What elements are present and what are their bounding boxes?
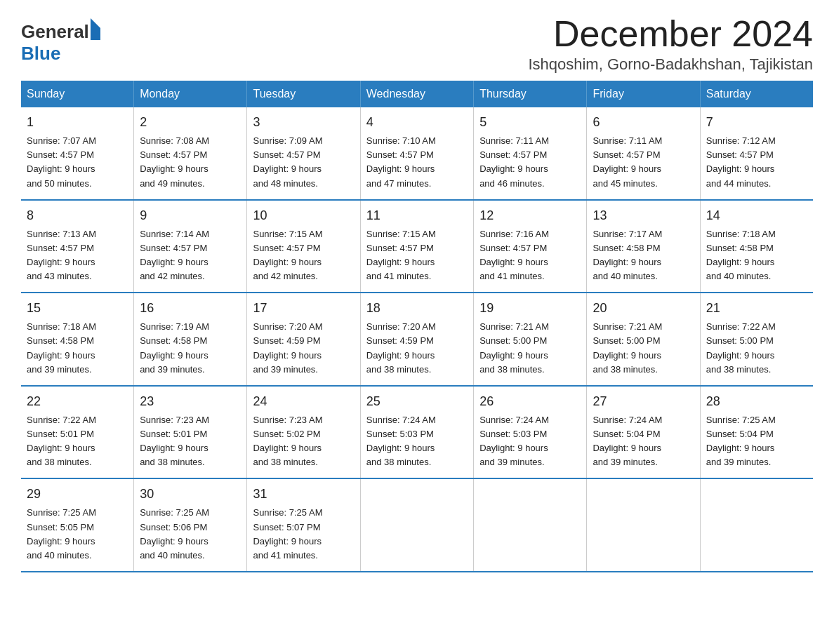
- day-info: Sunrise: 7:14 AMSunset: 4:57 PMDaylight:…: [140, 227, 241, 284]
- day-number: 25: [366, 392, 468, 411]
- calendar-cell: 12Sunrise: 7:16 AMSunset: 4:57 PMDayligh…: [474, 200, 587, 293]
- day-info: Sunrise: 7:25 AMSunset: 5:04 PMDaylight:…: [706, 413, 807, 470]
- calendar-cell: 3Sunrise: 7:09 AMSunset: 4:57 PMDaylight…: [247, 107, 360, 200]
- calendar-cell: 28Sunrise: 7:25 AMSunset: 5:04 PMDayligh…: [700, 386, 813, 479]
- calendar-cell: 17Sunrise: 7:20 AMSunset: 4:59 PMDayligh…: [247, 293, 360, 386]
- day-info: Sunrise: 7:11 AMSunset: 4:57 PMDaylight:…: [593, 134, 694, 191]
- weekday-header-sunday: Sunday: [21, 81, 134, 107]
- day-number: 30: [140, 485, 241, 504]
- day-info: Sunrise: 7:25 AMSunset: 5:06 PMDaylight:…: [140, 506, 241, 563]
- calendar-cell: 7Sunrise: 7:12 AMSunset: 4:57 PMDaylight…: [700, 107, 813, 200]
- calendar-cell: 24Sunrise: 7:23 AMSunset: 5:02 PMDayligh…: [247, 386, 360, 479]
- day-info: Sunrise: 7:15 AMSunset: 4:57 PMDaylight:…: [366, 227, 468, 284]
- day-number: 31: [253, 485, 354, 504]
- calendar-cell: 16Sunrise: 7:19 AMSunset: 4:58 PMDayligh…: [134, 293, 247, 386]
- day-info: Sunrise: 7:20 AMSunset: 4:59 PMDaylight:…: [253, 320, 354, 377]
- calendar-table: SundayMondayTuesdayWednesdayThursdayFrid…: [21, 81, 813, 572]
- day-number: 17: [253, 299, 354, 318]
- calendar-cell: 23Sunrise: 7:23 AMSunset: 5:01 PMDayligh…: [134, 386, 247, 479]
- calendar-cell: 14Sunrise: 7:18 AMSunset: 4:58 PMDayligh…: [700, 200, 813, 293]
- day-info: Sunrise: 7:08 AMSunset: 4:57 PMDaylight:…: [140, 134, 241, 191]
- day-number: 18: [366, 299, 468, 318]
- calendar-cell: [360, 478, 473, 572]
- day-info: Sunrise: 7:09 AMSunset: 4:57 PMDaylight:…: [253, 134, 354, 191]
- day-number: 19: [479, 299, 581, 318]
- logo-general-text: General: [21, 21, 89, 42]
- calendar-week-row: 15Sunrise: 7:18 AMSunset: 4:58 PMDayligh…: [21, 293, 813, 386]
- day-number: 14: [706, 206, 807, 225]
- day-info: Sunrise: 7:12 AMSunset: 4:57 PMDaylight:…: [706, 134, 807, 191]
- calendar-cell: 22Sunrise: 7:22 AMSunset: 5:01 PMDayligh…: [21, 386, 134, 479]
- day-number: 16: [140, 299, 241, 318]
- day-info: Sunrise: 7:24 AMSunset: 5:04 PMDaylight:…: [593, 413, 694, 470]
- title-section: December 2024 Ishqoshim, Gorno-Badakhsha…: [528, 14, 813, 74]
- day-number: 2: [140, 113, 241, 132]
- day-info: Sunrise: 7:25 AMSunset: 5:07 PMDaylight:…: [253, 506, 354, 563]
- day-info: Sunrise: 7:18 AMSunset: 4:58 PMDaylight:…: [27, 320, 128, 377]
- weekday-header-saturday: Saturday: [700, 81, 813, 107]
- calendar-cell: 20Sunrise: 7:21 AMSunset: 5:00 PMDayligh…: [587, 293, 700, 386]
- day-number: 27: [593, 392, 694, 411]
- day-info: Sunrise: 7:17 AMSunset: 4:58 PMDaylight:…: [593, 227, 694, 284]
- calendar-cell: 27Sunrise: 7:24 AMSunset: 5:04 PMDayligh…: [587, 386, 700, 479]
- day-number: 9: [140, 206, 241, 225]
- calendar-cell: 26Sunrise: 7:24 AMSunset: 5:03 PMDayligh…: [474, 386, 587, 479]
- day-number: 24: [253, 392, 354, 411]
- weekday-header-friday: Friday: [587, 81, 700, 107]
- day-info: Sunrise: 7:22 AMSunset: 5:00 PMDaylight:…: [706, 320, 807, 377]
- day-number: 10: [253, 206, 354, 225]
- subtitle: Ishqoshim, Gorno-Badakhshan, Tajikistan: [528, 55, 813, 74]
- day-number: 5: [479, 113, 581, 132]
- day-number: 22: [27, 392, 128, 411]
- calendar-week-row: 8Sunrise: 7:13 AMSunset: 4:57 PMDaylight…: [21, 200, 813, 293]
- logo-blue-text: Blue: [21, 43, 60, 64]
- calendar-cell: 30Sunrise: 7:25 AMSunset: 5:06 PMDayligh…: [134, 478, 247, 572]
- calendar-cell: 13Sunrise: 7:17 AMSunset: 4:58 PMDayligh…: [587, 200, 700, 293]
- day-info: Sunrise: 7:24 AMSunset: 5:03 PMDaylight:…: [366, 413, 468, 470]
- day-number: 26: [479, 392, 581, 411]
- day-info: Sunrise: 7:18 AMSunset: 4:58 PMDaylight:…: [706, 227, 807, 284]
- day-number: 8: [27, 206, 128, 225]
- calendar-week-row: 1Sunrise: 7:07 AMSunset: 4:57 PMDaylight…: [21, 107, 813, 200]
- page-header: General Blue December 2024 Ishqoshim, Go…: [21, 14, 813, 74]
- day-info: Sunrise: 7:19 AMSunset: 4:58 PMDaylight:…: [140, 320, 241, 377]
- calendar-week-row: 22Sunrise: 7:22 AMSunset: 5:01 PMDayligh…: [21, 386, 813, 479]
- day-info: Sunrise: 7:22 AMSunset: 5:01 PMDaylight:…: [27, 413, 128, 470]
- day-number: 4: [366, 113, 468, 132]
- day-info: Sunrise: 7:23 AMSunset: 5:01 PMDaylight:…: [140, 413, 241, 470]
- calendar-cell: 18Sunrise: 7:20 AMSunset: 4:59 PMDayligh…: [360, 293, 473, 386]
- calendar-cell: 21Sunrise: 7:22 AMSunset: 5:00 PMDayligh…: [700, 293, 813, 386]
- day-number: 29: [27, 485, 128, 504]
- day-number: 12: [479, 206, 581, 225]
- day-number: 7: [706, 113, 807, 132]
- calendar-cell: 15Sunrise: 7:18 AMSunset: 4:58 PMDayligh…: [21, 293, 134, 386]
- weekday-header-tuesday: Tuesday: [247, 81, 360, 107]
- weekday-header-row: SundayMondayTuesdayWednesdayThursdayFrid…: [21, 81, 813, 107]
- calendar-cell: 10Sunrise: 7:15 AMSunset: 4:57 PMDayligh…: [247, 200, 360, 293]
- weekday-header-thursday: Thursday: [474, 81, 587, 107]
- weekday-header-monday: Monday: [134, 81, 247, 107]
- calendar-cell: 1Sunrise: 7:07 AMSunset: 4:57 PMDaylight…: [21, 107, 134, 200]
- calendar-week-row: 29Sunrise: 7:25 AMSunset: 5:05 PMDayligh…: [21, 478, 813, 572]
- day-info: Sunrise: 7:21 AMSunset: 5:00 PMDaylight:…: [479, 320, 581, 377]
- day-number: 6: [593, 113, 694, 132]
- day-number: 21: [706, 299, 807, 318]
- calendar-cell: 19Sunrise: 7:21 AMSunset: 5:00 PMDayligh…: [474, 293, 587, 386]
- calendar-cell: 9Sunrise: 7:14 AMSunset: 4:57 PMDaylight…: [134, 200, 247, 293]
- day-number: 23: [140, 392, 241, 411]
- day-number: 15: [27, 299, 128, 318]
- logo-arrow-icon: [91, 18, 100, 40]
- day-number: 3: [253, 113, 354, 132]
- day-info: Sunrise: 7:15 AMSunset: 4:57 PMDaylight:…: [253, 227, 354, 284]
- calendar-cell: 31Sunrise: 7:25 AMSunset: 5:07 PMDayligh…: [247, 478, 360, 572]
- calendar-cell: [700, 478, 813, 572]
- day-number: 11: [366, 206, 468, 225]
- day-info: Sunrise: 7:24 AMSunset: 5:03 PMDaylight:…: [479, 413, 581, 470]
- weekday-header-wednesday: Wednesday: [360, 81, 473, 107]
- day-info: Sunrise: 7:16 AMSunset: 4:57 PMDaylight:…: [479, 227, 581, 284]
- day-info: Sunrise: 7:13 AMSunset: 4:57 PMDaylight:…: [27, 227, 128, 284]
- day-info: Sunrise: 7:10 AMSunset: 4:57 PMDaylight:…: [366, 134, 468, 191]
- day-number: 20: [593, 299, 694, 318]
- page-title: December 2024: [528, 14, 813, 54]
- calendar-cell: 6Sunrise: 7:11 AMSunset: 4:57 PMDaylight…: [587, 107, 700, 200]
